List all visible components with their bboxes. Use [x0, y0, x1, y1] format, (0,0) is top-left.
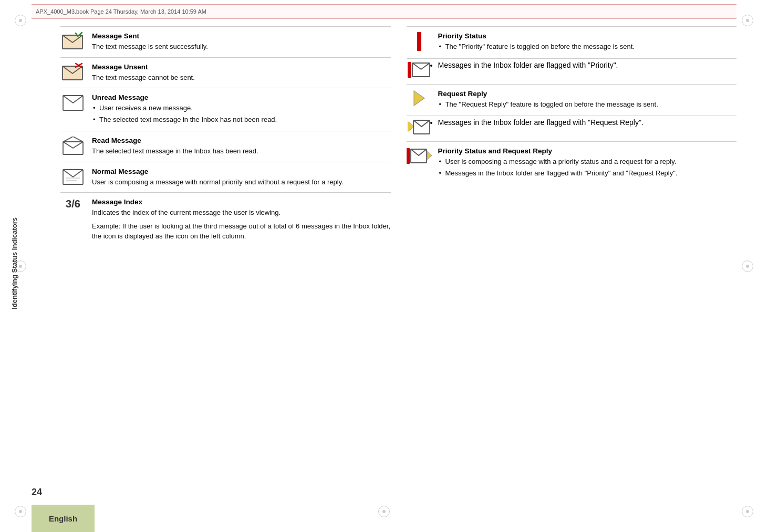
body-priority: The "Priority" feature is toggled on bef…	[438, 41, 737, 52]
entry-request-reply: Request Reply The "Request Reply" featur…	[407, 85, 737, 117]
icon-cell-sent	[60, 32, 86, 50]
icon-cell-priority	[407, 32, 432, 51]
entry-unread-message: Unread Message User receives a new messa…	[60, 88, 391, 131]
body-priority-reply: User is composing a message with a prior…	[438, 157, 737, 178]
sidebar: Identifying Status Indicators	[0, 26, 29, 500]
reg-mark-tl	[15, 15, 26, 26]
main-content: Message Sent The text message is sent su…	[60, 26, 736, 500]
svg-rect-9	[417, 32, 421, 51]
left-column: Message Sent The text message is sent su…	[60, 26, 391, 500]
title-unread: Unread Message	[92, 93, 391, 101]
title-read: Read Message	[92, 137, 391, 144]
envelope-check-icon	[62, 32, 84, 50]
svg-marker-12	[414, 91, 424, 106]
title-reply: Request Reply	[438, 90, 737, 98]
entry-message-unsent: Message Unsent The text message cannot b…	[60, 58, 391, 89]
envelope-open-icon	[62, 137, 84, 155]
text-cell-reply: Request Reply The "Request Reply" featur…	[438, 90, 737, 111]
reg-mark-br	[742, 506, 753, 517]
entry-message-sent: Message Sent The text message is sent su…	[60, 26, 391, 58]
body-unread: User receives a new message. The selecte…	[92, 103, 391, 124]
english-label: English	[49, 514, 77, 523]
priority-bar-icon	[416, 32, 422, 51]
envelope-x-icon	[62, 63, 84, 81]
sidebar-label: Identifying Status Indicators	[11, 217, 18, 309]
envelope-flag-icon	[408, 118, 431, 136]
icon-cell-normal	[60, 168, 86, 185]
body-reply: The "Request Reply" feature is toggled o…	[438, 99, 737, 110]
body-normal: User is composing a message with normal …	[92, 177, 391, 187]
body-index: Indicates the index of the current messa…	[92, 207, 391, 242]
reg-mark-mr	[742, 260, 753, 272]
text-cell-priority-reply: Priority Status and Request Reply User i…	[438, 147, 737, 179]
text-cell-priority: Priority Status The "Priority" feature i…	[438, 32, 737, 53]
icon-cell-reply	[407, 90, 432, 108]
envelope-outline-icon	[62, 168, 84, 185]
text-cell-sent: Message Sent The text message is sent su…	[92, 32, 391, 52]
icon-cell-priority-envelope	[407, 61, 432, 79]
flag-arrow-icon	[412, 90, 427, 108]
icon-cell-priority-reply	[407, 147, 432, 165]
reg-mark-tr	[742, 15, 753, 26]
reg-mark-bl	[15, 506, 26, 517]
title-index: Message Index	[92, 198, 391, 206]
body-read: The selected text message in the Inbox h…	[92, 146, 391, 157]
icon-cell-unsent	[60, 63, 86, 81]
title-priority-reply: Priority Status and Request Reply	[438, 147, 737, 155]
text-cell-unsent: Message Unsent The text message cannot b…	[92, 63, 391, 83]
entry-normal-message: Normal Message User is composing a messa…	[60, 162, 391, 193]
icon-cell-index: 3/6	[60, 198, 86, 210]
text-cell-reply-inbox: Messages in the Inbox folder are flagged…	[438, 118, 737, 127]
icon-cell-reply-envelope	[407, 118, 432, 136]
right-column: Priority Status The "Priority" feature i…	[407, 26, 737, 500]
page-number: 24	[32, 487, 42, 498]
message-index-icon: 3/6	[66, 198, 80, 210]
body-sent: The text message is sent successfully.	[92, 41, 391, 52]
title-normal: Normal Message	[92, 168, 391, 175]
body-unsent: The text message cannot be sent.	[92, 72, 391, 83]
icon-cell-read	[60, 137, 86, 155]
text-cell-index: Message Index Indicates the index of the…	[92, 198, 391, 242]
header-text: APX_4000_M3.book Page 24 Thursday, March…	[36, 8, 206, 15]
envelope-plain-icon	[62, 93, 84, 111]
entry-read-message: Read Message The selected text message i…	[60, 131, 391, 162]
body-priority-inbox: Messages in the Inbox folder are flagged…	[438, 61, 737, 69]
svg-rect-15	[407, 148, 410, 164]
page-header: APX_4000_M3.book Page 24 Thursday, March…	[32, 4, 736, 19]
entry-message-index: 3/6 Message Index Indicates the index of…	[60, 193, 391, 247]
reg-mark-bm	[378, 506, 390, 517]
title-priority: Priority Status	[438, 32, 737, 40]
title-unsent: Message Unsent	[92, 63, 391, 71]
entry-priority-status-inbox: Messages in the Inbox folder are flagged…	[407, 59, 737, 85]
envelope-priority-flag-icon	[407, 147, 432, 165]
envelope-priority-icon	[408, 61, 431, 79]
svg-marker-17	[427, 151, 432, 160]
entry-priority-request-reply: Priority Status and Request Reply User i…	[407, 142, 737, 184]
text-cell-unread: Unread Message User receives a new messa…	[92, 93, 391, 126]
entry-request-reply-inbox: Messages in the Inbox folder are flagged…	[407, 116, 737, 142]
entry-priority-status: Priority Status The "Priority" feature i…	[407, 26, 737, 59]
text-cell-read: Read Message The selected text message i…	[92, 137, 391, 157]
svg-rect-10	[408, 62, 411, 78]
text-cell-priority-inbox: Messages in the Inbox folder are flagged…	[438, 61, 737, 69]
text-cell-normal: Normal Message User is composing a messa…	[92, 168, 391, 187]
title-sent: Message Sent	[92, 32, 391, 40]
body-reply-inbox: Messages in the Inbox folder are flagged…	[438, 118, 737, 127]
icon-cell-unread	[60, 93, 86, 111]
english-badge: English	[32, 505, 95, 532]
